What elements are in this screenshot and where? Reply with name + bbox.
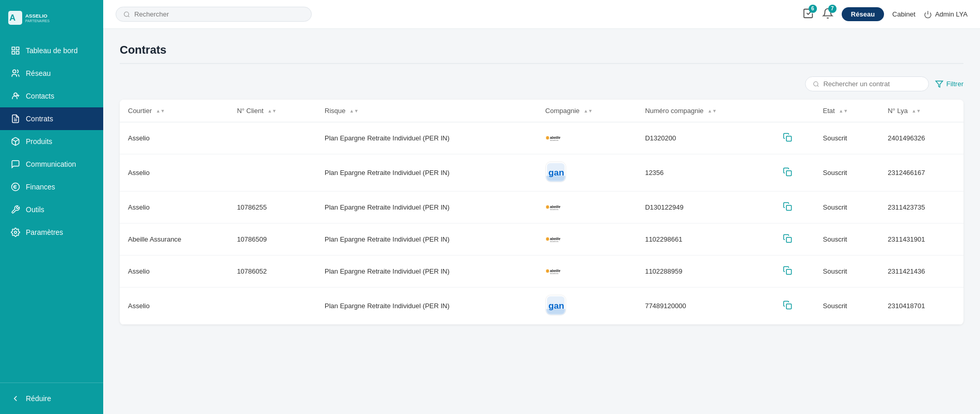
svg-text:assurances: assurances (550, 139, 558, 141)
contract-search-input[interactable] (823, 80, 921, 88)
power-icon (924, 10, 932, 19)
copy-icon[interactable] (783, 236, 792, 245)
abeille-logo: abeille assurances (545, 231, 570, 247)
sidebar-reduce-item[interactable]: Réduire (10, 389, 93, 408)
sidebar-nav: Tableau de bord Réseau Contacts (0, 35, 103, 383)
cell-copy[interactable] (775, 154, 815, 192)
contracts-table: Courtier ▲▼ N° Client ▲▼ Risque ▲▼ Com (120, 100, 963, 325)
cell-risque: Plan Epargne Retraite Individuel (PER IN… (316, 256, 537, 288)
sidebar-item-label: Paramètres (26, 228, 63, 236)
sort-num-client-icon[interactable]: ▲▼ (267, 109, 277, 114)
user-name: Admin LYA (935, 10, 968, 18)
contract-search[interactable] (805, 76, 929, 91)
sort-num-lya-icon[interactable]: ▲▼ (912, 109, 921, 114)
logo-container: A ASSELIO PARTENAIRES (0, 0, 103, 35)
box-icon (10, 136, 21, 147)
svg-text:abeille: abeille (550, 269, 560, 273)
copy-icon[interactable] (783, 135, 792, 144)
cell-courtier: Asselio (120, 122, 229, 154)
copy-icon[interactable] (783, 302, 792, 311)
filter-button[interactable]: Filtrer (935, 80, 963, 88)
sort-num-compagnie-icon[interactable]: ▲▼ (708, 109, 717, 114)
svg-rect-33 (786, 170, 791, 176)
cell-copy[interactable] (775, 256, 815, 288)
svg-text:abeille: abeille (550, 136, 560, 139)
header-icons: 6 7 Réseau Cabinet Admin LYA (802, 7, 968, 21)
cell-num-lya: 2311423735 (879, 192, 963, 224)
sidebar-item-label: Contacts (26, 92, 54, 100)
page-content: Contrats Filtrer Courtier (103, 29, 980, 414)
sidebar-item-tableau-de-bord[interactable]: Tableau de bord (0, 39, 103, 62)
notifications-icon-button[interactable]: 7 (822, 8, 833, 21)
svg-rect-4 (12, 47, 14, 50)
sidebar-item-produits[interactable]: Produits (0, 130, 103, 153)
cell-copy[interactable] (775, 122, 815, 154)
svg-rect-6 (12, 52, 14, 54)
table-body: AsselioPlan Epargne Retraite Individuel … (120, 122, 963, 325)
col-compagnie: Compagnie ▲▼ (537, 100, 637, 122)
sidebar-item-label: Outils (26, 205, 44, 214)
cell-risque: Plan Epargne Retraite Individuel (PER IN… (316, 154, 537, 192)
cell-num-client (229, 288, 316, 325)
global-search[interactable] (116, 7, 312, 22)
tasks-icon-button[interactable]: 6 (802, 8, 814, 21)
reseau-button[interactable]: Réseau (842, 7, 884, 21)
cell-courtier: Asselio (120, 192, 229, 224)
sort-etat-icon[interactable]: ▲▼ (839, 109, 848, 114)
cell-copy[interactable] (775, 288, 815, 325)
sort-compagnie-icon[interactable]: ▲▼ (584, 109, 593, 114)
cell-num-lya: 2312466167 (879, 154, 963, 192)
sidebar-item-parametres[interactable]: Paramètres (0, 221, 103, 244)
svg-text:A: A (9, 13, 15, 22)
sidebar-item-label: Contrats (26, 115, 53, 123)
sidebar-item-label: Communication (26, 160, 76, 168)
cell-num-lya: 2311421436 (879, 256, 963, 288)
cell-risque: Plan Epargne Retraite Individuel (PER IN… (316, 122, 537, 154)
sidebar-item-label: Produits (26, 137, 52, 146)
cell-num-client: 10786509 (229, 224, 316, 256)
svg-point-21 (813, 82, 817, 86)
gan-logo-svg: gan (546, 295, 566, 315)
svg-point-18 (124, 12, 129, 17)
cell-num-compagnie: 1102288959 (637, 256, 775, 288)
col-risque: Risque ▲▼ (316, 100, 537, 122)
cell-num-lya: 2311431901 (879, 224, 963, 256)
sidebar-reduce-label: Réduire (26, 394, 51, 403)
svg-rect-38 (786, 205, 791, 210)
svg-text:abeille: abeille (550, 237, 560, 241)
cell-num-compagnie: 12356 (637, 154, 775, 192)
copy-icon[interactable] (783, 169, 792, 178)
sidebar-item-reseau[interactable]: Réseau (0, 62, 103, 85)
svg-text:abeille: abeille (550, 205, 560, 209)
svg-rect-43 (786, 237, 791, 242)
svg-text:assurances: assurances (550, 273, 558, 275)
sidebar-item-contacts[interactable]: Contacts (0, 85, 103, 107)
tasks-badge: 6 (809, 5, 817, 13)
sort-courtier-icon[interactable]: ▲▼ (156, 109, 165, 114)
svg-rect-48 (786, 269, 791, 274)
cell-etat: Souscrit (815, 288, 880, 325)
abeille-logo: abeille assurances (545, 130, 570, 146)
abeille-logo-svg: abeille assurances (545, 131, 570, 145)
cell-copy[interactable] (775, 192, 815, 224)
copy-icon[interactable] (783, 204, 792, 213)
abeille-logo: abeille assurances (545, 199, 570, 215)
sidebar-item-contrats[interactable]: Contrats (0, 107, 103, 130)
sidebar-item-outils[interactable]: Outils (0, 198, 103, 221)
svg-point-45 (547, 269, 549, 273)
cell-num-lya: 2401496326 (879, 122, 963, 154)
user-menu[interactable]: Admin LYA (924, 10, 968, 19)
cabinet-link[interactable]: Cabinet (892, 10, 915, 18)
sort-risque-icon[interactable]: ▲▼ (349, 109, 359, 114)
search-input[interactable] (134, 10, 304, 18)
sidebar-item-finances[interactable]: Finances (0, 176, 103, 198)
header-row: Courtier ▲▼ N° Client ▲▼ Risque ▲▼ Com (120, 100, 963, 122)
sidebar-reduce[interactable]: Réduire (0, 383, 103, 414)
cell-copy[interactable] (775, 224, 815, 256)
svg-line-22 (817, 85, 818, 86)
copy-icon[interactable] (783, 268, 792, 277)
cell-etat: Souscrit (815, 154, 880, 192)
cell-courtier: Asselio (120, 154, 229, 192)
cell-courtier: Abeille Assurance (120, 224, 229, 256)
sidebar-item-communication[interactable]: Communication (0, 153, 103, 176)
